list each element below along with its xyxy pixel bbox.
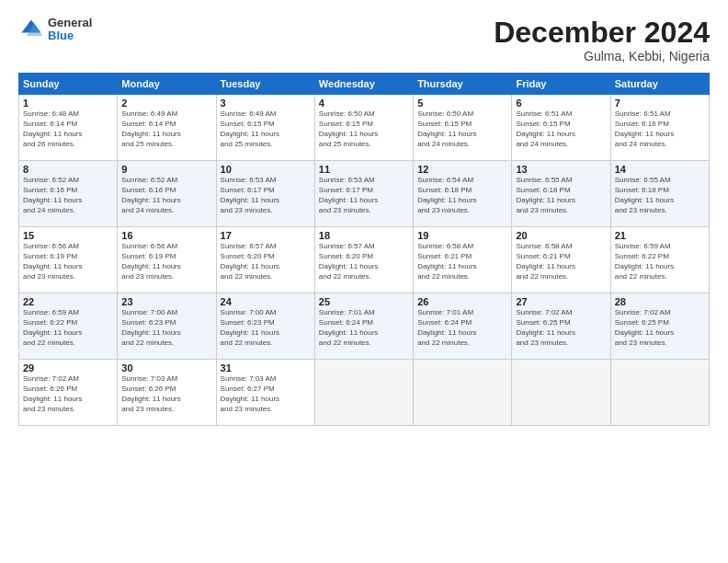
table-row: 6Sunrise: 6:51 AM Sunset: 6:15 PM Daylig… (512, 95, 610, 161)
day-number: 26 (417, 296, 507, 307)
table-row: 12Sunrise: 6:54 AM Sunset: 6:18 PM Dayli… (414, 161, 512, 227)
day-info: Sunrise: 6:52 AM Sunset: 6:16 PM Dayligh… (23, 176, 113, 215)
table-row: 25Sunrise: 7:01 AM Sunset: 6:24 PM Dayli… (314, 293, 413, 360)
table-row: 4Sunrise: 6:50 AM Sunset: 6:15 PM Daylig… (314, 95, 413, 161)
day-number: 24 (221, 296, 311, 307)
calendar-week-5: 29Sunrise: 7:02 AM Sunset: 6:26 PM Dayli… (19, 360, 710, 426)
day-info: Sunrise: 6:51 AM Sunset: 6:15 PM Dayligh… (516, 109, 606, 149)
day-number: 21 (615, 230, 705, 241)
day-info: Sunrise: 6:51 AM Sunset: 6:16 PM Dayligh… (615, 109, 705, 149)
calendar-page: General Blue December 2024 Gulma, Kebbi,… (0, 0, 728, 563)
day-number: 19 (417, 230, 507, 241)
subtitle: Gulma, Kebbi, Nigeria (494, 49, 710, 63)
col-thursday: Thursday (414, 74, 512, 95)
calendar-week-1: 1Sunrise: 6:48 AM Sunset: 6:14 PM Daylig… (19, 95, 710, 161)
table-row: 1Sunrise: 6:48 AM Sunset: 6:14 PM Daylig… (19, 95, 118, 161)
day-number: 8 (23, 164, 113, 175)
day-info: Sunrise: 6:57 AM Sunset: 6:20 PM Dayligh… (221, 242, 311, 282)
table-row: 16Sunrise: 6:56 AM Sunset: 6:19 PM Dayli… (118, 227, 216, 293)
day-info: Sunrise: 6:56 AM Sunset: 6:19 PM Dayligh… (23, 242, 113, 282)
day-info: Sunrise: 7:00 AM Sunset: 6:23 PM Dayligh… (221, 308, 311, 348)
table-row (314, 360, 413, 426)
table-row: 8Sunrise: 6:52 AM Sunset: 6:16 PM Daylig… (19, 161, 118, 227)
col-monday: Monday (118, 74, 216, 95)
day-info: Sunrise: 7:00 AM Sunset: 6:23 PM Dayligh… (121, 308, 211, 348)
day-info: Sunrise: 6:50 AM Sunset: 6:15 PM Dayligh… (319, 109, 409, 149)
table-row: 19Sunrise: 6:58 AM Sunset: 6:21 PM Dayli… (414, 227, 512, 293)
day-number: 22 (23, 296, 113, 307)
table-row: 27Sunrise: 7:02 AM Sunset: 6:25 PM Dayli… (512, 293, 610, 360)
table-row: 17Sunrise: 6:57 AM Sunset: 6:20 PM Dayli… (216, 227, 314, 293)
day-info: Sunrise: 6:49 AM Sunset: 6:14 PM Dayligh… (121, 109, 211, 149)
day-info: Sunrise: 7:03 AM Sunset: 6:26 PM Dayligh… (121, 374, 211, 414)
day-info: Sunrise: 7:01 AM Sunset: 6:24 PM Dayligh… (319, 308, 409, 348)
calendar-week-2: 8Sunrise: 6:52 AM Sunset: 6:16 PM Daylig… (19, 161, 710, 227)
logo-blue: Blue (48, 29, 92, 42)
table-row: 23Sunrise: 7:00 AM Sunset: 6:23 PM Dayli… (118, 293, 216, 360)
table-row: 14Sunrise: 6:55 AM Sunset: 6:18 PM Dayli… (610, 161, 709, 227)
day-number: 29 (23, 362, 113, 373)
day-number: 4 (319, 98, 409, 109)
table-row: 10Sunrise: 6:53 AM Sunset: 6:17 PM Dayli… (216, 161, 314, 227)
day-info: Sunrise: 6:48 AM Sunset: 6:14 PM Dayligh… (23, 109, 113, 149)
day-info: Sunrise: 6:59 AM Sunset: 6:22 PM Dayligh… (615, 242, 705, 282)
day-info: Sunrise: 6:58 AM Sunset: 6:21 PM Dayligh… (516, 242, 606, 282)
logo-text: General Blue (48, 17, 92, 43)
header: General Blue December 2024 Gulma, Kebbi,… (18, 17, 710, 63)
day-number: 1 (23, 98, 113, 109)
table-row: 7Sunrise: 6:51 AM Sunset: 6:16 PM Daylig… (610, 95, 709, 161)
day-info: Sunrise: 6:55 AM Sunset: 6:18 PM Dayligh… (615, 176, 705, 215)
table-row: 31Sunrise: 7:03 AM Sunset: 6:27 PM Dayli… (216, 360, 314, 426)
day-info: Sunrise: 7:02 AM Sunset: 6:25 PM Dayligh… (516, 308, 606, 348)
day-info: Sunrise: 6:59 AM Sunset: 6:22 PM Dayligh… (23, 308, 113, 348)
day-info: Sunrise: 6:58 AM Sunset: 6:21 PM Dayligh… (417, 242, 507, 282)
day-info: Sunrise: 6:53 AM Sunset: 6:17 PM Dayligh… (319, 176, 409, 215)
calendar-week-3: 15Sunrise: 6:56 AM Sunset: 6:19 PM Dayli… (19, 227, 710, 293)
day-info: Sunrise: 6:55 AM Sunset: 6:18 PM Dayligh… (516, 176, 606, 215)
day-number: 11 (319, 164, 409, 175)
table-row: 21Sunrise: 6:59 AM Sunset: 6:22 PM Dayli… (610, 227, 709, 293)
table-row: 2Sunrise: 6:49 AM Sunset: 6:14 PM Daylig… (118, 95, 216, 161)
table-row: 20Sunrise: 6:58 AM Sunset: 6:21 PM Dayli… (512, 227, 610, 293)
day-info: Sunrise: 7:02 AM Sunset: 6:25 PM Dayligh… (615, 308, 705, 348)
table-row: 24Sunrise: 7:00 AM Sunset: 6:23 PM Dayli… (216, 293, 314, 360)
day-number: 12 (417, 164, 507, 175)
table-row: 29Sunrise: 7:02 AM Sunset: 6:26 PM Dayli… (19, 360, 118, 426)
day-number: 27 (516, 296, 606, 307)
day-info: Sunrise: 6:52 AM Sunset: 6:16 PM Dayligh… (121, 176, 211, 215)
day-info: Sunrise: 7:01 AM Sunset: 6:24 PM Dayligh… (417, 308, 507, 348)
day-number: 6 (516, 98, 606, 109)
table-row: 28Sunrise: 7:02 AM Sunset: 6:25 PM Dayli… (610, 293, 709, 360)
header-row: Sunday Monday Tuesday Wednesday Thursday… (19, 74, 710, 95)
day-number: 28 (615, 296, 705, 307)
day-number: 14 (615, 164, 705, 175)
title-area: December 2024 Gulma, Kebbi, Nigeria (494, 17, 710, 63)
day-info: Sunrise: 6:54 AM Sunset: 6:18 PM Dayligh… (417, 176, 507, 215)
day-number: 18 (319, 230, 409, 241)
day-number: 25 (319, 296, 409, 307)
day-number: 20 (516, 230, 606, 241)
day-number: 5 (417, 98, 507, 109)
table-row (610, 360, 709, 426)
day-info: Sunrise: 7:03 AM Sunset: 6:27 PM Dayligh… (221, 374, 311, 414)
table-row (414, 360, 512, 426)
day-number: 9 (121, 164, 211, 175)
month-title: December 2024 (494, 17, 710, 49)
table-row (512, 360, 610, 426)
table-row: 11Sunrise: 6:53 AM Sunset: 6:17 PM Dayli… (314, 161, 413, 227)
col-tuesday: Tuesday (216, 74, 314, 95)
day-info: Sunrise: 6:53 AM Sunset: 6:17 PM Dayligh… (221, 176, 311, 215)
table-row: 13Sunrise: 6:55 AM Sunset: 6:18 PM Dayli… (512, 161, 610, 227)
table-row: 22Sunrise: 6:59 AM Sunset: 6:22 PM Dayli… (19, 293, 118, 360)
day-number: 10 (221, 164, 311, 175)
day-info: Sunrise: 6:56 AM Sunset: 6:19 PM Dayligh… (121, 242, 211, 282)
col-friday: Friday (512, 74, 610, 95)
day-number: 2 (121, 98, 211, 109)
logo: General Blue (18, 17, 92, 43)
table-row: 5Sunrise: 6:50 AM Sunset: 6:15 PM Daylig… (414, 95, 512, 161)
calendar-week-4: 22Sunrise: 6:59 AM Sunset: 6:22 PM Dayli… (19, 293, 710, 360)
col-saturday: Saturday (610, 74, 709, 95)
col-sunday: Sunday (19, 74, 118, 95)
day-number: 16 (121, 230, 211, 241)
table-row: 30Sunrise: 7:03 AM Sunset: 6:26 PM Dayli… (118, 360, 216, 426)
